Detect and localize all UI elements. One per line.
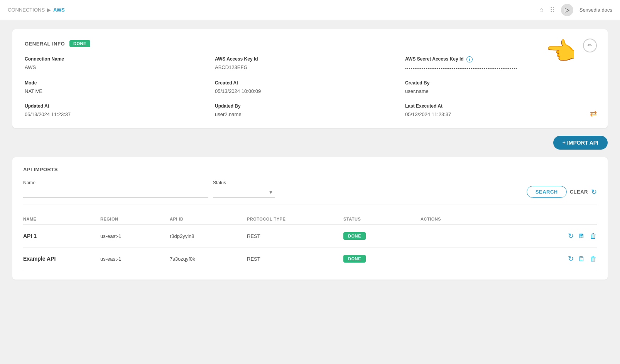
aws-access-key-label: AWS Access Key Id	[215, 56, 405, 62]
connection-name-label: Connection Name	[25, 56, 215, 62]
row1-region: us-east-1	[100, 233, 170, 239]
row2-name: Example API	[23, 256, 100, 262]
status-badge: DONE	[69, 40, 90, 47]
created-by-label: Created By	[405, 80, 595, 86]
info-icon[interactable]: i	[466, 56, 473, 62]
pencil-icon: ✏	[588, 42, 593, 49]
name-filter-input[interactable]	[23, 187, 208, 198]
status-filter-field: Status DONE PENDING ERROR ▼	[213, 180, 275, 198]
col-region-header: REGION	[100, 217, 170, 221]
filter-row: Name Status DONE PENDING ERROR ▼ SEARCH	[23, 180, 597, 204]
filter-config-icon[interactable]: ⇄	[590, 109, 597, 119]
updated-at-field: Updated At 05/13/2024 11:23:37	[25, 103, 215, 117]
row1-name: API 1	[23, 233, 100, 239]
breadcrumb-current: AWS	[53, 7, 65, 13]
refresh-icon[interactable]: ↻	[591, 188, 597, 196]
row2-region: us-east-1	[100, 256, 170, 262]
mode-label: Mode	[25, 80, 215, 86]
connection-name-value: AWS	[25, 64, 36, 70]
row1-actions: ↻ 🗎 🗑	[421, 232, 597, 240]
created-at-value: 05/13/2024 10:00:09	[215, 88, 261, 94]
pointing-hand-icon: 👉	[546, 37, 577, 66]
row1-status: DONE	[343, 232, 421, 240]
row1-protocol: REST	[247, 233, 343, 239]
table-row: Example API us-east-1 7s3ozqyf0k REST DO…	[23, 248, 597, 270]
updated-at-value: 05/13/2024 11:23:37	[25, 111, 71, 117]
aws-access-key-value: ABCD123EFG	[215, 64, 248, 70]
created-by-value: user.name	[405, 88, 429, 94]
main-content: GENERAL INFO DONE 👉 ✏ Connection Name AW…	[0, 20, 620, 364]
aws-access-key-field: AWS Access Key Id ABCD123EFG	[215, 56, 405, 71]
col-actions-header: ACTIONS	[421, 217, 597, 221]
aws-secret-key-value: ••••••••••••••••••••••••••••••••••••••••…	[405, 66, 517, 71]
import-api-row: + IMPORT API	[12, 136, 608, 150]
top-bar: CONNECTIONS ▶ AWS ⌂ ⠿ ▷ Sensedia docs	[0, 0, 620, 20]
updated-by-field: Updated By user2.name	[215, 103, 405, 117]
col-apiid-header: API ID	[170, 217, 247, 221]
updated-by-value: user2.name	[215, 111, 242, 117]
grid-icon[interactable]: ⠿	[550, 6, 555, 14]
row1-api-id: r3dp2yyin8	[170, 233, 247, 239]
clear-button[interactable]: CLEAR	[570, 189, 588, 195]
table-row: API 1 us-east-1 r3dp2yyin8 REST DONE ↻ 🗎…	[23, 225, 597, 248]
status-select-wrapper: DONE PENDING ERROR ▼	[213, 187, 275, 198]
mode-value: NATIVE	[25, 88, 42, 94]
row2-sync-icon[interactable]: ↻	[568, 254, 574, 263]
created-at-label: Created At	[215, 80, 405, 86]
last-executed-value: 05/13/2024 11:23:37	[405, 111, 451, 117]
connection-name-field: Connection Name AWS	[25, 56, 215, 71]
import-api-button[interactable]: + IMPORT API	[553, 136, 608, 150]
name-filter-field: Name	[23, 180, 208, 198]
edit-button[interactable]: ✏	[583, 39, 597, 52]
col-protocol-header: PROTOCOL TYPE	[247, 217, 343, 221]
api-imports-card: API IMPORTS Name Status DONE PENDING ERR…	[12, 157, 608, 280]
status-filter-label: Status	[213, 180, 275, 185]
row2-delete-icon[interactable]: 🗑	[590, 255, 597, 263]
breadcrumb-arrow: ▶	[47, 7, 51, 13]
updated-at-label: Updated At	[25, 103, 215, 109]
row2-actions: ↻ 🗎 🗑	[421, 254, 597, 263]
general-info-header: GENERAL INFO DONE	[25, 40, 595, 47]
row1-view-icon[interactable]: 🗎	[578, 232, 585, 240]
row1-delete-icon[interactable]: 🗑	[590, 232, 597, 240]
row2-api-id: 7s3ozqyf0k	[170, 256, 247, 262]
last-executed-field: Last Executed At 05/13/2024 11:23:37 ⇄	[405, 103, 595, 117]
avatar[interactable]: ▷	[561, 4, 573, 16]
info-grid: Connection Name AWS AWS Access Key Id AB…	[25, 56, 595, 117]
mode-field: Mode NATIVE	[25, 80, 215, 94]
status-filter-select[interactable]: DONE PENDING ERROR	[213, 187, 275, 198]
general-info-title: GENERAL INFO	[25, 41, 65, 47]
col-name-header: NAME	[23, 217, 100, 221]
avatar-icon: ▷	[565, 6, 569, 13]
created-by-field: Created By user.name	[405, 80, 595, 94]
filter-actions: SEARCH CLEAR ↻	[527, 186, 597, 198]
row1-sync-icon[interactable]: ↻	[568, 232, 574, 240]
search-button[interactable]: SEARCH	[527, 186, 567, 198]
breadcrumb: CONNECTIONS ▶ AWS	[8, 7, 539, 13]
last-executed-label: Last Executed At	[405, 103, 595, 109]
row2-protocol: REST	[247, 256, 343, 262]
general-info-card: GENERAL INFO DONE 👉 ✏ Connection Name AW…	[12, 29, 608, 128]
created-at-field: Created At 05/13/2024 10:00:09	[215, 80, 405, 94]
updated-by-label: Updated By	[215, 103, 405, 109]
row2-view-icon[interactable]: 🗎	[578, 255, 585, 263]
breadcrumb-connections[interactable]: CONNECTIONS	[8, 7, 45, 13]
table-header: NAME REGION API ID PROTOCOL TYPE STATUS …	[23, 214, 597, 225]
top-bar-actions: ⌂ ⠿ ▷ Sensedia docs	[539, 4, 612, 16]
api-imports-title: API IMPORTS	[23, 167, 597, 172]
name-filter-label: Name	[23, 180, 208, 185]
docs-link[interactable]: Sensedia docs	[579, 7, 612, 13]
col-status-header: STATUS	[343, 217, 421, 221]
api-imports-table: NAME REGION API ID PROTOCOL TYPE STATUS …	[23, 214, 597, 270]
home-icon[interactable]: ⌂	[539, 6, 544, 14]
row2-status: DONE	[343, 255, 421, 263]
